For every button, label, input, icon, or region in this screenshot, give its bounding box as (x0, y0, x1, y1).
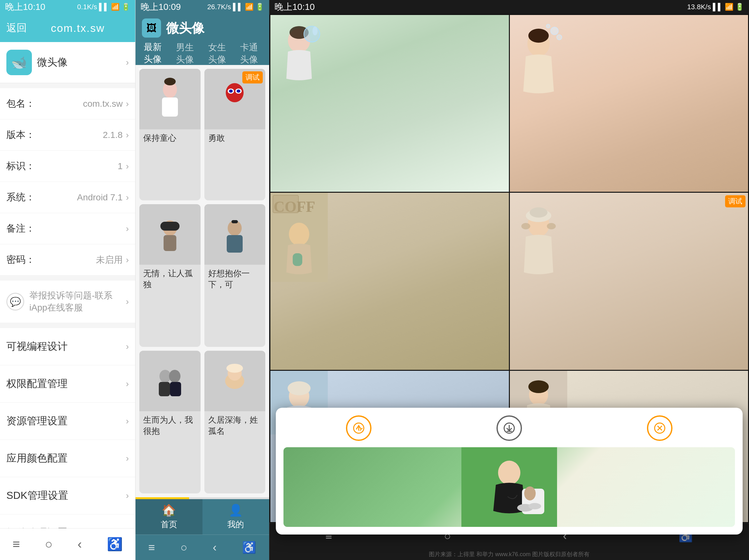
svg-point-27 (551, 27, 558, 35)
svg-rect-16 (159, 382, 170, 396)
svg-point-39 (547, 223, 556, 229)
photo-cell-1[interactable] (510, 15, 748, 192)
grid-caption-5: 久居深海，姓孤名 (205, 411, 265, 441)
grid-image-4 (140, 351, 200, 411)
chevron-icon-note: › (126, 224, 129, 234)
download-button[interactable] (496, 416, 522, 441)
app-name: 微头像 (37, 55, 68, 69)
chevron-icon-pkg: › (126, 99, 129, 109)
photo-cell-0[interactable] (271, 15, 509, 192)
chevron-icon-sys: › (126, 193, 129, 203)
grid-image-0 (140, 69, 200, 129)
svg-point-7 (237, 90, 240, 93)
info-row-system[interactable]: 系统： Android 7.1 › (0, 182, 135, 213)
top-bar-1: 返回 com.tx.sw (0, 14, 135, 42)
time-2: 晚上10:09 (141, 1, 181, 13)
photo-0 (271, 15, 509, 192)
svg-point-6 (229, 90, 233, 93)
grid-image-5 (205, 351, 265, 411)
grid-item-2[interactable]: 无情，让人孤独 (140, 204, 200, 347)
status-bar-2: 晚上10:09 26.7K/s ▌▌ 📶 🔋 (135, 0, 269, 14)
grid-caption-1: 勇敢 (205, 129, 265, 148)
tab-male[interactable]: 男生头像 (171, 38, 202, 69)
status-bar-3: 晚上10:10 13.8K/s ▌▌ 📶 🔋 (270, 0, 749, 14)
info-row-password[interactable]: 密码： 未启用 › (0, 244, 135, 275)
grid-item-1[interactable]: 调试 勇敢 (205, 69, 265, 200)
chevron-menu-0: › (126, 341, 129, 352)
app-icon-2: 🖼 (142, 19, 161, 38)
menu-label-0: 可视编程设计 (6, 340, 126, 354)
progress-fill (135, 497, 189, 499)
label-system: 系统： (6, 191, 38, 204)
status-icons-2: 26.7K/s ▌▌ 📶 🔋 (207, 3, 264, 11)
info-row-package[interactable]: 包名： com.tx.sw › (0, 88, 135, 119)
time-3: 晚上10:10 (275, 1, 315, 13)
svg-rect-33 (273, 195, 298, 213)
photo-2: COFF (271, 193, 509, 369)
app-header-row[interactable]: 🐋 微头像 › (0, 42, 135, 83)
value-version: 2.1.8 (38, 130, 123, 140)
share-button[interactable] (346, 416, 371, 441)
svg-rect-13 (232, 220, 238, 223)
svg-point-29 (546, 24, 550, 28)
photo-cell-3[interactable]: 调试 (510, 193, 748, 369)
label-note: 备注： (6, 222, 38, 235)
info-row-id[interactable]: 标识： 1 › (0, 151, 135, 182)
grid-item-4[interactable]: 生而为人，我很抱 (140, 351, 200, 493)
report-text: 举报投诉等问题-联系iApp在线客服 (29, 290, 126, 314)
svg-point-23 (304, 26, 320, 42)
home-nav-2[interactable]: ○ (180, 541, 188, 554)
menu-item-resources[interactable]: 资源管理设置 › (0, 403, 135, 440)
tab-female[interactable]: 女生头像 (203, 38, 234, 69)
panel2-title: 微头像 (166, 19, 205, 37)
info-row-note[interactable]: 备注： › (0, 213, 135, 244)
back-button[interactable]: 返回 (6, 21, 27, 35)
back-nav-icon[interactable]: ‹ (78, 537, 82, 552)
grid-caption-2: 无情，让人孤独 (140, 265, 200, 295)
svg-point-32 (289, 223, 309, 246)
menu-nav-2[interactable]: ≡ (148, 541, 155, 554)
back-nav-2[interactable]: ‹ (213, 541, 216, 554)
chat-icon: 💬 (6, 293, 24, 311)
grid-image-2 (140, 204, 200, 265)
menu-list: 可视编程设计 › 权限配置管理 › 资源管理设置 › 应用颜色配置 › SDK管… (0, 328, 135, 528)
svg-point-20 (227, 364, 243, 373)
close-button[interactable] (647, 416, 672, 441)
menu-label-2: 资源管理设置 (6, 414, 126, 428)
home-nav-icon[interactable]: ○ (45, 537, 52, 552)
chevron-icon: › (126, 57, 129, 68)
grid-caption-3: 好想抱你一下，可 (205, 265, 265, 295)
svg-rect-12 (227, 235, 243, 253)
nav-mine[interactable]: 👤 我的 (202, 499, 270, 535)
debug-badge-1: 调试 (242, 71, 263, 84)
photo-cell-2[interactable]: COFF (271, 193, 509, 369)
chevron-menu-4: › (126, 491, 129, 501)
svg-point-26 (528, 29, 549, 43)
chevron-menu-3: › (126, 453, 129, 464)
tab-cartoon[interactable]: 卡通头像 (235, 38, 266, 69)
access-nav-2[interactable]: ♿ (242, 541, 256, 554)
menu-item-permissions[interactable]: 权限配置管理 › (0, 365, 135, 403)
grid-image-3 (205, 204, 265, 265)
grid-item-0[interactable]: 保持童心 (140, 69, 200, 200)
accessibility-nav-icon[interactable]: ♿ (107, 537, 123, 552)
chevron-icon-id: › (126, 161, 129, 171)
grid-item-5[interactable]: 久居深海，姓孤名 (205, 351, 265, 493)
menu-nav-icon[interactable]: ≡ (13, 537, 20, 552)
tab-latest[interactable]: 最新头像 (139, 38, 170, 69)
settings-panel: 晚上10:10 0.1K/s ▌▌ 📶 🔋 返回 com.tx.sw 🐋 微头像… (0, 0, 135, 560)
info-row-version[interactable]: 版本： 2.1.8 › (0, 119, 135, 151)
photo-grid-2: 保持童心 调试 勇敢 (135, 65, 269, 497)
status-icons-1: 0.1K/s ▌▌ 📶 🔋 (77, 3, 130, 11)
menu-item-sdk[interactable]: SDK管理设置 › (0, 477, 135, 514)
profile-icon: 👤 (229, 503, 243, 517)
svg-point-53 (498, 461, 520, 485)
svg-rect-10 (160, 222, 179, 231)
menu-item-colors[interactable]: 应用颜色配置 › (0, 440, 135, 477)
grid-item-3[interactable]: 好想抱你一下，可 (205, 204, 265, 347)
app-header-info: 微头像 › (37, 55, 129, 69)
menu-item-components[interactable]: 组件管理设置 › (0, 514, 135, 528)
nav-home[interactable]: 🏠 首页 (135, 499, 202, 535)
menu-item-visual-design[interactable]: 可视编程设计 › (0, 328, 135, 365)
report-row[interactable]: 💬 举报投诉等问题-联系iApp在线客服 › (0, 281, 135, 323)
